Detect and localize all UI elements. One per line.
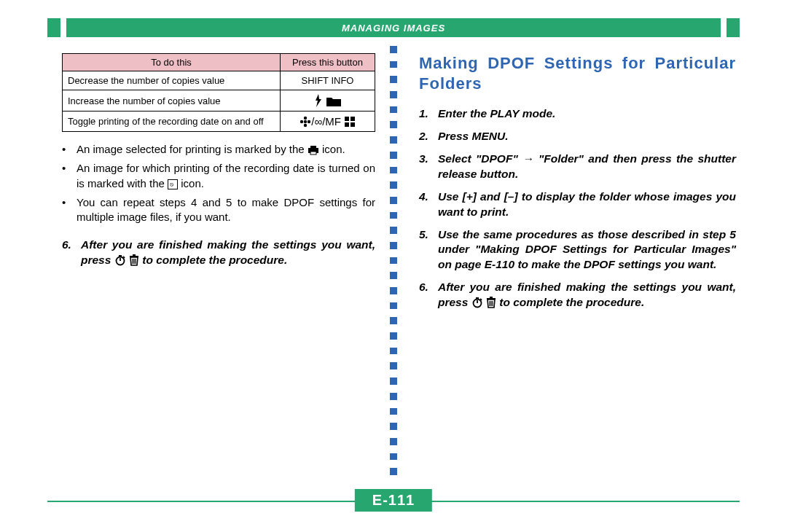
- note-item: • An image selected for printing is mark…: [62, 142, 375, 157]
- step-text: Use [+] and [–] to display the folder wh…: [438, 189, 736, 220]
- note-item: • An image for which printing of the rec…: [62, 161, 375, 191]
- printer-mini-icon: [308, 145, 319, 155]
- right-steps: 1. Enter the PLAY mode. 2. Press MENU. 3…: [419, 106, 736, 310]
- note-text: You can repeat steps 4 and 5 to make DPO…: [77, 195, 375, 225]
- step-text: to complete the procedure.: [142, 254, 287, 266]
- table-cell-action: Toggle printing of the recording date on…: [63, 112, 281, 132]
- svg-rect-5: [345, 117, 349, 121]
- step-text: Select "DPOF" → "Folder" and then press …: [438, 152, 736, 182]
- table-row: Decrease the number of copies value SHIF…: [63, 71, 375, 90]
- step-item: 2. Press MENU.: [419, 129, 736, 144]
- timer-icon: [471, 297, 483, 308]
- banner-left-accent: [47, 18, 60, 37]
- table-row: Increase the number of copies value: [63, 90, 375, 112]
- page-footer: E-111: [47, 489, 740, 514]
- step-number: 1.: [419, 106, 438, 122]
- svg-rect-23: [476, 297, 479, 299]
- manual-page: MANAGING IMAGES To do this Press this bu…: [47, 18, 740, 514]
- notes-list: • An image selected for printing is mark…: [62, 142, 375, 224]
- table-cell-action: Decrease the number of copies value: [63, 71, 281, 90]
- table-header-action: To do this: [63, 54, 281, 71]
- flash-icon: [313, 94, 324, 107]
- table-cell-action: Increase the number of copies value: [63, 90, 281, 112]
- step-text: to complete the procedure.: [499, 296, 644, 308]
- step-number: 3.: [419, 152, 438, 182]
- svg-rect-14: [119, 255, 122, 257]
- date-box-icon: ⎋: [168, 179, 178, 189]
- page-number-badge: E-111: [355, 489, 432, 512]
- step-text: Press MENU.: [438, 129, 736, 144]
- note-text: icon.: [181, 177, 204, 189]
- svg-rect-16: [130, 256, 138, 257]
- right-column: Making DPOF Settings for Particular Fold…: [404, 46, 740, 483]
- trash-icon: [486, 297, 496, 308]
- header-title: MANAGING IMAGES: [66, 18, 721, 37]
- step-item: 6. After you are finished making the set…: [62, 238, 375, 268]
- svg-point-4: [308, 120, 310, 123]
- svg-rect-17: [133, 254, 136, 256]
- svg-rect-7: [345, 122, 349, 127]
- note-text: An image selected for printing is marked…: [77, 143, 308, 155]
- step-text: Use the same procedures as those describ…: [438, 227, 736, 273]
- step-number: 6.: [62, 238, 81, 268]
- timer-icon: [114, 254, 126, 266]
- note-text: An image for which printing of the recor…: [77, 162, 375, 189]
- left-column: To do this Press this button Decrease th…: [47, 46, 383, 483]
- column-divider: [383, 46, 404, 483]
- svg-point-2: [304, 124, 307, 127]
- button-reference-table: To do this Press this button Decrease th…: [62, 53, 375, 132]
- folder-icon: [326, 95, 342, 107]
- bullet-icon: •: [62, 142, 77, 157]
- step-item: 5. Use the same procedures as those desc…: [419, 227, 736, 273]
- svg-point-3: [300, 120, 303, 123]
- table-cell-button: [281, 90, 375, 112]
- trash-icon: [129, 254, 139, 266]
- svg-point-0: [304, 120, 307, 123]
- step-item: 6. After you are finished making the set…: [419, 280, 736, 310]
- step-item: 4. Use [+] and [–] to display the folder…: [419, 189, 736, 220]
- note-item: • You can repeat steps 4 and 5 to make D…: [62, 195, 375, 225]
- grid-icon: [344, 116, 356, 128]
- header-banner: MANAGING IMAGES: [47, 18, 740, 37]
- table-header-button: Press this button: [281, 54, 375, 71]
- table-cell-button: /∞/MF: [281, 112, 375, 132]
- step-number: 5.: [419, 227, 438, 273]
- bullet-icon: •: [62, 195, 77, 225]
- step-text: Enter the PLAY mode.: [438, 106, 736, 122]
- left-steps: 6. After you are finished making the set…: [62, 238, 375, 268]
- bullet-icon: •: [62, 161, 77, 191]
- section-title: Making DPOF Settings for Particular Fold…: [419, 53, 736, 93]
- step-item: 3. Select "DPOF" → "Folder" and then pre…: [419, 152, 736, 182]
- svg-rect-10: [310, 146, 316, 148]
- step-number: 2.: [419, 129, 438, 144]
- svg-rect-6: [351, 117, 355, 121]
- table-cell-button: SHIFT INFO: [281, 71, 375, 90]
- svg-rect-25: [487, 298, 496, 300]
- flower-icon: [299, 116, 311, 128]
- note-text: icon.: [322, 143, 345, 155]
- table-row: Toggle printing of the recording date on…: [63, 112, 375, 132]
- step-item: 1. Enter the PLAY mode.: [419, 106, 736, 122]
- svg-rect-11: [310, 152, 316, 154]
- svg-rect-26: [490, 297, 493, 298]
- svg-rect-8: [351, 122, 355, 127]
- step-number: 6.: [419, 280, 438, 310]
- banner-right-accent: [727, 18, 740, 37]
- svg-point-1: [304, 117, 307, 120]
- step-number: 4.: [419, 189, 438, 220]
